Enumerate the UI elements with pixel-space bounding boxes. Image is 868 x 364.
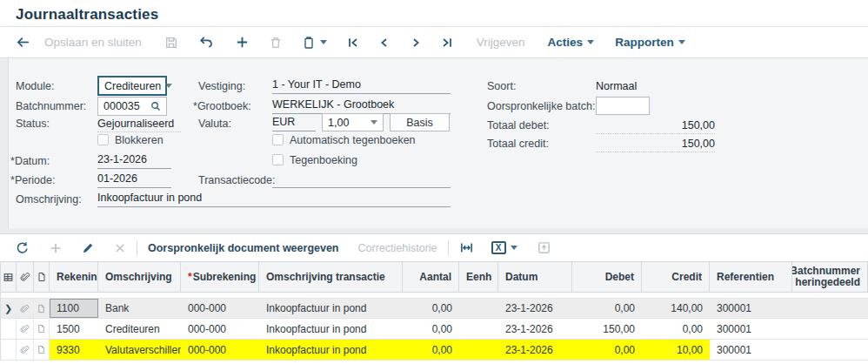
search-icon[interactable] [150, 101, 161, 111]
go-next-button[interactable] [409, 36, 423, 50]
grid-settings-icon[interactable] [1, 262, 17, 292]
reversing-checkbox[interactable]: Tegenboeking [272, 154, 357, 166]
back-button[interactable] [16, 35, 30, 50]
paperclip-icon[interactable] [17, 319, 34, 339]
go-last-button[interactable] [440, 36, 454, 50]
column-header-omschrijving-transactie[interactable]: Omschrijving transactie [259, 262, 403, 292]
auto-reverse-checkbox[interactable]: Automatisch tegenboeken [272, 134, 416, 146]
cell-datum[interactable]: 23-1-2026 [498, 299, 572, 318]
cell-aantal[interactable]: 0,00 [403, 299, 459, 318]
cell-omschrijving-transactie[interactable]: Inkoopfactuur in pond [259, 340, 403, 360]
batch-header-form: Module: Crediteuren Batchnummer: 000035 … [0, 57, 868, 228]
export-excel-button[interactable]: X [491, 241, 517, 254]
cell-credit[interactable]: 10,00 [642, 340, 710, 360]
cell-rekening[interactable]: 1100 [50, 299, 98, 318]
cell-omschrijving[interactable]: Valutaverschillen [98, 340, 181, 360]
cell-batchnummer-heringedeeld[interactable] [792, 340, 868, 360]
note-icon[interactable] [34, 319, 50, 339]
reports-menu[interactable]: Rapporten [615, 36, 685, 49]
column-header-subrekening[interactable]: *Subrekening [181, 262, 259, 292]
column-header-referentien[interactable]: Referentien [710, 262, 792, 292]
cell-debet[interactable]: 0,00 [572, 299, 642, 318]
edit-button[interactable] [82, 241, 95, 254]
column-header-rekening[interactable]: Rekenin [50, 262, 98, 292]
cell-credit[interactable]: 0,00 [642, 319, 710, 339]
cell-omschrijving[interactable]: Bank [98, 299, 181, 318]
cell-referentien[interactable]: 300001 [710, 319, 792, 339]
date-input[interactable]: 23-1-2026 [97, 153, 171, 169]
fit-width-button[interactable] [459, 240, 474, 255]
cell-rekening[interactable]: 9330 [50, 340, 98, 360]
cell-omschrijving-transactie[interactable]: Inkoopfactuur in pond [259, 299, 403, 318]
note-icon[interactable] [34, 299, 50, 318]
cell-subrekening[interactable]: 000-000 [181, 319, 259, 339]
ledger-input[interactable]: WERKELIJK - Grootboek [272, 98, 451, 114]
column-header-omschrijving[interactable]: Omschrijving [98, 262, 181, 292]
paperclip-icon[interactable] [17, 340, 34, 360]
undo-button[interactable] [199, 35, 214, 50]
cell-aantal[interactable]: 0,00 [403, 340, 459, 360]
paperclip-icon[interactable] [17, 299, 34, 318]
base-currency-button[interactable]: Basis [390, 113, 450, 131]
cell-referentien[interactable]: 300001 [710, 340, 792, 360]
cell-credit[interactable]: 140,00 [642, 299, 710, 318]
actions-menu[interactable]: Acties [548, 36, 595, 49]
view-original-document-button[interactable]: Oorspronkelijk document weergeven [148, 242, 339, 254]
column-header-batchnummer-heringedeeld[interactable]: Batchnummer heringedeeld [792, 262, 868, 292]
description-input[interactable]: Inkoopfactuur in pond [97, 192, 451, 207]
hold-checkbox[interactable]: Blokkeren [97, 134, 164, 146]
cell-eenheid[interactable] [459, 299, 498, 318]
clipboard-menu-button[interactable] [302, 36, 327, 50]
table-row[interactable]: 1500 Crediteuren 000-000 Inkoopfactuur i… [1, 319, 868, 340]
upload-button[interactable] [537, 240, 551, 255]
cell-datum[interactable]: 23-1-2026 [498, 319, 572, 339]
add-row-button[interactable] [49, 241, 63, 255]
cell-batchnummer-heringedeeld[interactable] [792, 319, 868, 339]
release-button[interactable]: Vrijgeven [477, 36, 525, 49]
column-header-eenheid[interactable]: Eenh [459, 262, 498, 292]
cell-omschrijving-transactie[interactable]: Inkoopfactuur in pond [259, 319, 403, 339]
currency-label: Valuta: [198, 118, 231, 130]
note-icon[interactable] [34, 340, 50, 360]
attachments-column-header paperclip-icon[interactable] [17, 262, 34, 292]
refresh-button[interactable] [16, 241, 30, 255]
transaction-code-input[interactable] [272, 172, 451, 188]
period-input[interactable]: 01-2026 [97, 172, 171, 188]
cell-eenheid[interactable] [459, 319, 498, 339]
cell-referentien[interactable]: 300001 [710, 299, 792, 318]
cell-omschrijving[interactable]: Crediteuren [98, 319, 181, 339]
cell-rekening[interactable]: 1500 [50, 319, 98, 339]
table-row[interactable]: ❯ 1100 Bank 000-000 Inkoopfactuur in pon… [1, 298, 868, 319]
chevron-down-icon [678, 40, 685, 44]
notes-column-header note-icon[interactable] [34, 262, 50, 292]
journal-transactions-screen: Journaaltransacties Opslaan en sluiten [0, 0, 868, 364]
save-and-close-button[interactable]: Opslaan en sluiten [44, 36, 142, 49]
add-button[interactable] [235, 35, 250, 50]
go-first-button[interactable] [346, 36, 360, 50]
branch-input[interactable]: 1 - Your IT - Demo [272, 78, 451, 94]
column-header-aantal[interactable]: Aantal [403, 262, 459, 292]
cell-datum[interactable]: 23-1-2026 [498, 340, 572, 360]
go-previous-button[interactable] [377, 36, 391, 50]
cell-batchnummer-heringedeeld[interactable] [792, 299, 868, 318]
cell-debet[interactable]: 150,00 [572, 319, 642, 339]
currency-rate-select[interactable]: 1,00 [322, 113, 384, 131]
cell-eenheid[interactable] [459, 340, 498, 360]
delete-row-button[interactable] [114, 242, 126, 254]
module-select[interactable]: Crediteuren [97, 76, 167, 96]
original-batch-input[interactable] [596, 97, 650, 115]
column-header-datum[interactable]: Datum [498, 262, 572, 292]
delete-button[interactable] [269, 36, 283, 50]
save-icon [164, 36, 178, 50]
table-row-highlighted[interactable]: 9330 Valutaverschillen 000-000 Inkoopfac… [1, 340, 868, 361]
currency-code-input[interactable]: EUR [272, 116, 316, 131]
batch-number-input[interactable]: 000035 [97, 97, 167, 116]
column-header-credit[interactable]: Credit [642, 262, 710, 292]
cell-subrekening[interactable]: 000-000 [181, 340, 259, 360]
correction-history-button[interactable]: Correctiehistorie [358, 242, 437, 254]
save-button[interactable] [164, 36, 178, 50]
cell-subrekening[interactable]: 000-000 [181, 299, 259, 318]
cell-aantal[interactable]: 0,00 [403, 319, 459, 339]
column-header-debet[interactable]: Debet [572, 262, 642, 292]
cell-debet[interactable]: 0,00 [572, 340, 642, 360]
